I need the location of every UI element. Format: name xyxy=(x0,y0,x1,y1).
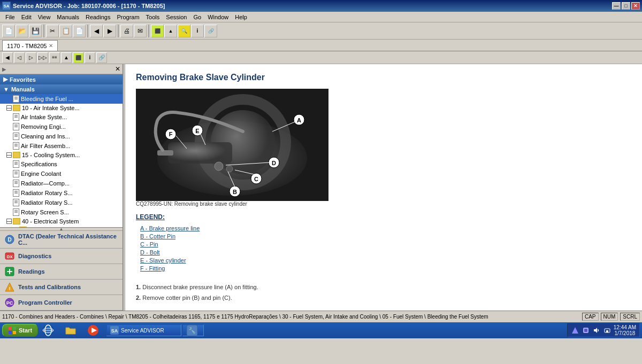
minimize-button[interactable]: — xyxy=(612,2,621,10)
link-button[interactable]: 🔗 xyxy=(204,25,217,37)
email-button[interactable]: ✉ xyxy=(134,25,147,37)
legend-item-d[interactable]: D - Bolt xyxy=(136,249,631,255)
main-tab[interactable]: 1170 - TM8205 ✕ xyxy=(2,40,58,51)
sec-up-button[interactable]: ▲ xyxy=(61,52,72,63)
legend-item-e[interactable]: E - Slave cylinder xyxy=(136,257,631,264)
clock-time: 12:44 AM xyxy=(614,324,636,330)
sec-prev-button[interactable]: ◁ xyxy=(14,52,25,63)
menu-view[interactable]: View xyxy=(35,13,54,21)
menu-file[interactable]: File xyxy=(2,13,18,21)
expand-icon: — xyxy=(6,219,12,224)
menu-tools[interactable]: Tools xyxy=(143,13,163,21)
sec-forward-button[interactable]: ▷▷ xyxy=(37,52,48,63)
volume-icon[interactable] xyxy=(592,326,601,335)
panel-close-button[interactable]: ✕ xyxy=(115,65,120,73)
tree-item-label: Air Filter Assemb... xyxy=(21,143,70,149)
legend-item-c[interactable]: C - Pin xyxy=(136,241,631,247)
tree-item-label: 40 - Electrical System xyxy=(22,218,79,224)
tree-item-cooling[interactable]: — 15 - Cooling System... xyxy=(0,151,123,159)
program-icon: PC xyxy=(4,297,15,308)
menu-window[interactable]: Window xyxy=(204,13,232,21)
bookmark-button[interactable]: ▲ xyxy=(164,25,177,37)
tab-close-button[interactable]: ✕ xyxy=(49,43,53,49)
start-button[interactable]: Start xyxy=(2,324,38,337)
tree-item-label: 15 - Cooling System... xyxy=(22,152,80,158)
start-label: Start xyxy=(19,327,32,334)
legend-item-b[interactable]: B - Cotter Pin xyxy=(136,233,631,239)
tree-item-removing-eng[interactable]: Removing Engi... xyxy=(0,122,123,131)
forward-button[interactable]: ▶ xyxy=(103,25,116,37)
print-button[interactable]: 🖨 xyxy=(120,25,133,37)
nav-tests[interactable]: ! Tests and Calibrations xyxy=(0,280,123,295)
close-button[interactable]: ✕ xyxy=(631,2,640,10)
tree-item-bleeding[interactable]: Bleeding the Fuel ... xyxy=(0,94,123,104)
system-clock: 12:44 AM 1/7/2018 xyxy=(614,324,636,336)
tree-item-specs[interactable]: Specifications xyxy=(0,159,123,169)
nav-dtac[interactable]: D DTAC (Dealer Technical Assistance C... xyxy=(0,231,123,249)
search-button[interactable]: 🔍 xyxy=(178,25,190,37)
tree-item-label: Rotary Screen S... xyxy=(21,209,69,215)
page-icon xyxy=(13,189,19,197)
menu-manuals[interactable]: Manuals xyxy=(54,13,82,21)
copy-button[interactable]: 📋 xyxy=(59,25,72,37)
page-icon xyxy=(13,142,19,150)
tree-item-air-intake-sys[interactable]: Air Intake Syste... xyxy=(0,112,123,122)
tree-item-engine-coolant[interactable]: Engine Coolant xyxy=(0,169,123,179)
tree-item-radiator-rotary2[interactable]: Radiator Rotary S... xyxy=(0,198,123,207)
back-button[interactable]: ◀ xyxy=(90,25,103,37)
legend-item-f[interactable]: F - Fitting xyxy=(136,265,631,272)
svg-rect-15 xyxy=(168,142,232,164)
menu-session[interactable]: Session xyxy=(163,13,190,21)
window-title: Service ADVISOR - Job: 180107-0006 - [11… xyxy=(13,3,165,9)
menu-edit[interactable]: Edit xyxy=(18,13,35,21)
nav-program[interactable]: PC Program Controller xyxy=(0,295,123,311)
folder-icon xyxy=(13,218,20,224)
tree-item-electrical[interactable]: — 40 - Electrical System xyxy=(0,217,123,226)
toolbar-separator-3 xyxy=(118,25,119,37)
menu-help[interactable]: Help xyxy=(232,13,250,21)
menu-go[interactable]: Go xyxy=(190,13,204,21)
nav-diagnostics[interactable]: DX Diagnostics xyxy=(0,249,123,264)
sec-link-button[interactable]: 🔗 xyxy=(96,52,107,63)
favorites-section[interactable]: ▶ Favorites xyxy=(0,74,123,84)
tree-item-air-intake[interactable]: — 10 - Air Intake Syste... xyxy=(0,104,123,112)
sec-back-button[interactable]: ◀ xyxy=(2,52,13,63)
svg-text:PC: PC xyxy=(6,300,13,306)
home-button[interactable]: ⬛ xyxy=(151,25,164,37)
open-button[interactable]: 📂 xyxy=(16,25,28,37)
sec-home-button[interactable]: ⬛ xyxy=(73,52,83,63)
nav-readings[interactable]: Readings xyxy=(0,264,123,280)
cut-button[interactable]: ✂ xyxy=(46,25,59,37)
tree-item-label: Air Intake Syste... xyxy=(21,114,67,120)
maximize-button[interactable]: □ xyxy=(622,2,630,10)
legend-list: A - Brake pressure line B - Cotter Pin C… xyxy=(136,225,631,272)
manuals-section[interactable]: ▼ Manuals xyxy=(0,84,123,94)
legend-item-a[interactable]: A - Brake pressure line xyxy=(136,225,631,231)
info-button[interactable]: i xyxy=(191,25,204,37)
diagnostics-icon: DX xyxy=(4,251,15,261)
secondary-toolbar: ◀ ◁ ▷ ▷▷ ≡≡ ▲ ⬛ i 🔗 xyxy=(0,51,642,64)
sec-info-button[interactable]: i xyxy=(85,52,95,63)
menu-program[interactable]: Program xyxy=(113,13,142,21)
taskbar-folder[interactable] xyxy=(62,324,83,336)
legend-title[interactable]: LEGEND: xyxy=(136,213,631,221)
taskbar-service-advisor[interactable]: SA Service ADVISOR xyxy=(106,324,181,336)
sec-toc-button[interactable]: ≡≡ xyxy=(49,52,60,63)
status-text: 1170 - Combines and Headers - Combines \… xyxy=(2,314,578,320)
taskbar-media[interactable] xyxy=(84,324,105,336)
tree-item-air-filter[interactable]: Air Filter Assemb... xyxy=(0,141,123,151)
menu-readings[interactable]: Readings xyxy=(82,13,113,21)
save-button[interactable]: 💾 xyxy=(29,25,42,37)
tree-item-cleaning[interactable]: Cleaning and Ins... xyxy=(0,131,123,141)
image-caption: CQ278995-UN: Removing brake slave cylind… xyxy=(136,201,631,207)
tree-item-radiator-rotary1[interactable]: Radiator Rotary S... xyxy=(0,188,123,198)
taskbar-ie[interactable] xyxy=(39,324,60,336)
svg-text:D: D xyxy=(272,160,276,166)
new-button[interactable]: 📄 xyxy=(2,25,15,37)
paste-button[interactable]: 📄 xyxy=(73,25,86,37)
taskbar-wrench[interactable]: 🔧 xyxy=(182,324,204,336)
tree-item-radiator-comp[interactable]: Radiator—Comp... xyxy=(0,179,123,188)
svg-rect-52 xyxy=(584,329,587,332)
tree-item-rotary-screen[interactable]: Rotary Screen S... xyxy=(0,207,123,217)
sec-next-button[interactable]: ▷ xyxy=(26,52,36,63)
